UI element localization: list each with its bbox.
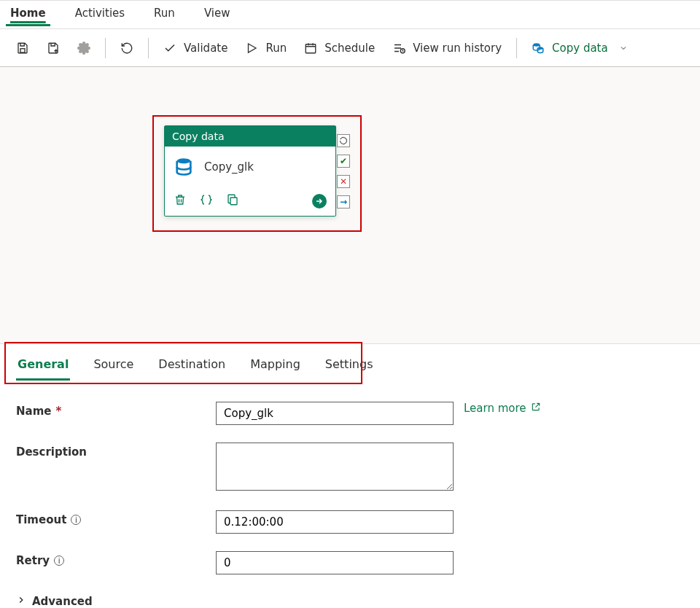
- required-asterisk: *: [55, 405, 61, 418]
- status-success-icon[interactable]: ✔: [337, 155, 350, 168]
- svg-point-5: [533, 43, 540, 47]
- undo-icon: [120, 42, 133, 55]
- check-icon: [163, 42, 176, 55]
- status-refresh-icon[interactable]: [337, 134, 350, 147]
- validate-label: Validate: [184, 42, 228, 55]
- info-icon[interactable]: i: [71, 515, 81, 525]
- learn-more-link[interactable]: Learn more: [464, 402, 541, 415]
- svg-point-6: [537, 47, 543, 50]
- learn-more-text: Learn more: [464, 402, 526, 415]
- activity-body: Copy_glk: [165, 147, 335, 187]
- advanced-label: Advanced: [32, 595, 93, 608]
- run-button[interactable]: Run: [238, 37, 294, 59]
- retry-label: Retry i: [16, 551, 216, 567]
- timeout-input[interactable]: [216, 510, 454, 534]
- run-activity-button[interactable]: [312, 194, 327, 208]
- timeout-label: Timeout i: [16, 510, 216, 526]
- tab-settings[interactable]: Settings: [324, 353, 375, 381]
- delete-activity-button[interactable]: [174, 193, 187, 208]
- save-button[interactable]: [9, 37, 36, 59]
- general-form: Name * Learn more Description Timeout i …: [0, 381, 700, 574]
- activity-header[interactable]: Copy data: [165, 126, 335, 147]
- schedule-button[interactable]: Schedule: [297, 37, 382, 59]
- top-tabs: Home Activities Run View: [0, 0, 700, 29]
- save-icon: [16, 42, 29, 55]
- save-as-icon: [47, 42, 60, 55]
- save-as-button[interactable]: [39, 37, 67, 59]
- svg-rect-8: [230, 198, 237, 205]
- activity-type-label: Copy data: [172, 130, 225, 142]
- run-label: Run: [265, 42, 287, 55]
- copy-data-activity[interactable]: Copy data Copy_glk: [164, 125, 336, 217]
- svg-rect-3: [306, 44, 316, 52]
- svg-point-7: [177, 158, 191, 163]
- tab-run[interactable]: Run: [149, 1, 179, 26]
- settings-button[interactable]: [70, 37, 98, 59]
- property-tabs-container: General Source Destination Mapping Setti…: [0, 344, 700, 381]
- description-input[interactable]: [216, 443, 454, 491]
- timeout-label-text: Timeout: [16, 513, 66, 526]
- pipeline-canvas[interactable]: Copy data Copy_glk ✔: [0, 67, 700, 344]
- view-run-history-button[interactable]: View run history: [385, 37, 509, 59]
- clone-activity-button[interactable]: [226, 193, 239, 208]
- tab-general[interactable]: General: [16, 353, 70, 381]
- name-label: Name *: [16, 402, 216, 418]
- tab-activities[interactable]: Activities: [71, 1, 129, 26]
- activity-status-column: ✔ ✕ →: [337, 134, 351, 208]
- name-input[interactable]: [216, 402, 454, 425]
- database-icon: [532, 42, 545, 55]
- info-icon[interactable]: i: [54, 556, 64, 566]
- activity-name: Copy_glk: [204, 160, 254, 174]
- status-fail-icon[interactable]: ✕: [337, 175, 350, 188]
- external-link-icon: [531, 402, 541, 415]
- code-activity-button[interactable]: [200, 193, 213, 208]
- svg-marker-2: [249, 44, 257, 52]
- status-skip-icon[interactable]: →: [337, 195, 350, 208]
- advanced-toggle[interactable]: Advanced: [0, 592, 700, 608]
- toolbar-separator: [516, 38, 517, 58]
- history-icon: [392, 42, 405, 55]
- view-run-history-label: View run history: [413, 42, 502, 55]
- toolbar: Validate Run Schedule View run history C…: [0, 29, 700, 67]
- activity-toolbar: [165, 187, 335, 216]
- tab-destination[interactable]: Destination: [157, 353, 227, 381]
- validate-button[interactable]: Validate: [156, 37, 235, 59]
- copy-data-label: Copy data: [552, 42, 608, 55]
- tab-view[interactable]: View: [200, 1, 235, 26]
- tab-home[interactable]: Home: [6, 1, 50, 26]
- description-label-text: Description: [16, 445, 87, 459]
- toolbar-separator: [105, 38, 106, 58]
- property-tabs: General Source Destination Mapping Setti…: [0, 344, 700, 381]
- description-label: Description: [16, 443, 216, 459]
- undo-button[interactable]: [113, 37, 141, 59]
- database-icon: [174, 157, 194, 177]
- chevron-right-icon: [16, 595, 26, 608]
- schedule-label: Schedule: [324, 42, 375, 55]
- retry-input[interactable]: [216, 551, 454, 574]
- play-icon: [245, 42, 258, 55]
- tab-mapping[interactable]: Mapping: [249, 353, 302, 381]
- gear-icon: [77, 42, 90, 55]
- copy-data-button[interactable]: Copy data: [524, 37, 637, 59]
- name-label-text: Name: [16, 405, 51, 418]
- calendar-icon: [304, 42, 317, 55]
- tab-source[interactable]: Source: [92, 353, 135, 381]
- svg-rect-0: [20, 48, 25, 52]
- toolbar-separator: [148, 38, 149, 58]
- retry-label-text: Retry: [16, 554, 50, 567]
- chevron-down-icon: [617, 42, 630, 55]
